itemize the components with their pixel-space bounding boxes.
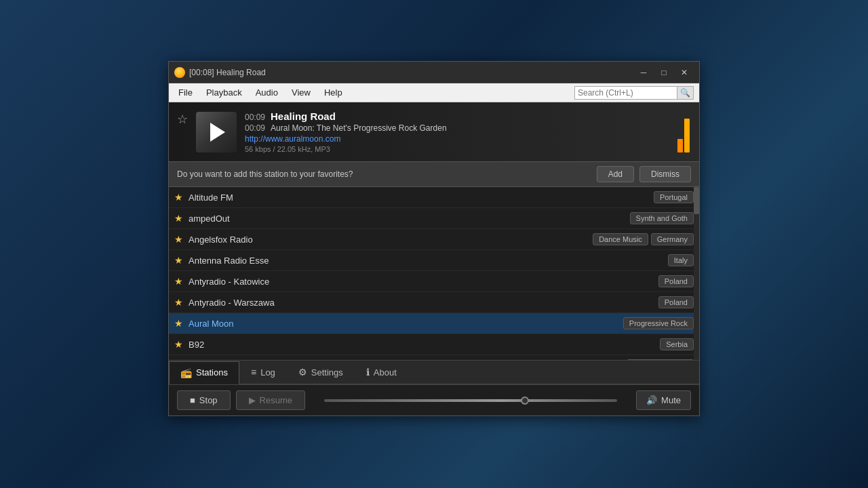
station-name: Aural Moon	[189, 319, 620, 329]
stations-tab-label: Stations	[196, 367, 228, 378]
tab-stations[interactable]: 📻Stations	[169, 361, 239, 384]
station-name: Antyradio - Katowice	[189, 277, 656, 287]
station-favorite-star[interactable]: ★	[174, 234, 183, 245]
favorite-star[interactable]: ☆	[177, 112, 188, 127]
vol-bar-1	[677, 139, 683, 152]
station-tag-primary: Poland	[658, 296, 694, 308]
station-favorite-star[interactable]: ★	[174, 318, 183, 329]
station-tag-primary: Portugal	[654, 191, 694, 203]
menubar: File Playback Audio View Help 🔍	[169, 83, 699, 102]
station-row[interactable]: ★ampedOutSynth and Goth	[169, 208, 699, 229]
track-info: 00:09 Healing Road 00:09 Aural Moon: The…	[245, 110, 669, 153]
station-tag-secondary: Germany	[651, 233, 694, 245]
station-favorite-star[interactable]: ★	[174, 213, 183, 224]
nowplaying-panel: ☆ 00:09 Healing Road 00:09 Aural Moon: T…	[169, 102, 699, 161]
search-input[interactable]	[575, 88, 677, 98]
add-station-button[interactable]: Add	[597, 166, 634, 182]
menu-audio[interactable]: Audio	[249, 83, 285, 102]
station-tag-primary: Dance Music	[593, 233, 648, 245]
volume-indicator	[677, 112, 691, 152]
volume-thumb	[521, 396, 529, 405]
menu-playback[interactable]: Playback	[199, 83, 249, 102]
window-title: [00:08] Healing Road	[189, 68, 634, 77]
station-name: Altitude FM	[189, 192, 651, 203]
stop-button[interactable]: ■ Stop	[177, 390, 231, 410]
log-tab-icon: ≡	[251, 367, 256, 378]
station-favorite-star[interactable]: ★	[174, 255, 183, 266]
station-favorite-star[interactable]: ★	[174, 297, 183, 308]
log-tab-label: Log	[260, 367, 275, 378]
track-url-link[interactable]: http://www.auralmoon.com	[245, 134, 669, 144]
titlebar: [00:08] Healing Road ─ □ ✕	[169, 62, 699, 83]
station-tag-primary: Serbia	[660, 338, 694, 350]
track-meta: 56 kbps / 22.05 kHz, MP3	[245, 145, 669, 153]
stations-tab-icon: 📻	[180, 367, 192, 378]
station-name: Antyradio - Warszawa	[189, 298, 656, 308]
scrollbar-thumb[interactable]	[694, 187, 699, 214]
station-row[interactable]: ★Antyradio - WarszawaPoland	[169, 292, 699, 313]
tab-settings[interactable]: ⚙Settings	[287, 361, 355, 384]
play-icon: ▶	[249, 395, 256, 405]
menu-help[interactable]: Help	[317, 83, 349, 102]
station-name: ampedOut	[189, 214, 627, 224]
stop-icon: ■	[190, 395, 195, 405]
station-tag-primary: Italy	[668, 254, 694, 266]
station-tag-primary: Poland	[658, 275, 694, 287]
station-row[interactable]: ★B92Serbia	[169, 334, 699, 355]
app-icon	[174, 67, 185, 78]
tabs-bar: 📻Stations≡Log⚙SettingsℹAbout	[169, 360, 699, 384]
station-row[interactable]: ★BroadwayDrums and Bass	[169, 355, 699, 360]
station-row[interactable]: ★Antyradio - KatowicePoland	[169, 271, 699, 292]
resume-label: Resume	[260, 395, 292, 405]
station-tag-primary: Progressive Rock	[623, 317, 694, 329]
resume-button[interactable]: ▶ Resume	[236, 390, 305, 410]
volume-slider[interactable]	[324, 399, 617, 402]
track-title-row: 00:09 Healing Road	[245, 110, 669, 122]
scrollbar-track	[694, 187, 699, 360]
track-time-1: 00:09	[245, 113, 265, 122]
play-button-large[interactable]	[196, 112, 237, 152]
about-tab-icon: ℹ	[366, 367, 370, 378]
notification-bar: Do you want to add this station to your …	[169, 161, 699, 187]
mute-label: Mute	[661, 395, 681, 405]
station-tag-primary: Synth and Goth	[630, 212, 694, 224]
station-favorite-star[interactable]: ★	[174, 276, 183, 287]
minimize-button[interactable]: ─	[634, 66, 653, 79]
about-tab-label: About	[374, 367, 397, 378]
search-button[interactable]: 🔍	[677, 87, 693, 99]
station-row[interactable]: ★Antenna Radio EsseItaly	[169, 250, 699, 271]
station-tag-primary: Drums and Bass	[627, 359, 694, 360]
tab-about[interactable]: ℹAbout	[355, 361, 408, 384]
vol-bar-2	[684, 119, 690, 152]
station-favorite-star[interactable]: ★	[174, 339, 183, 350]
station-name: Angelsfox Radio	[189, 235, 590, 245]
track-title: Healing Road	[271, 110, 336, 122]
dismiss-button[interactable]: Dismiss	[639, 166, 691, 182]
tab-log[interactable]: ≡Log	[239, 361, 287, 384]
menu-file[interactable]: File	[172, 83, 199, 102]
station-favorite-star[interactable]: ★	[174, 192, 183, 203]
settings-tab-label: Settings	[311, 367, 343, 378]
settings-tab-icon: ⚙	[298, 367, 307, 378]
menu-view[interactable]: View	[285, 83, 317, 102]
station-row[interactable]: ★Angelsfox RadioDance MusicGermany	[169, 229, 699, 250]
station-name: B92	[189, 340, 657, 350]
station-row[interactable]: ★Altitude FMPortugal	[169, 187, 699, 208]
track-station-name: Aural Moon: The Net's Progressive Rock G…	[271, 123, 447, 133]
close-button[interactable]: ✕	[675, 66, 694, 79]
maximize-button[interactable]: □	[654, 66, 673, 79]
station-name: Antenna Radio Esse	[189, 256, 665, 266]
search-box: 🔍	[574, 86, 694, 100]
main-window: [00:08] Healing Road ─ □ ✕ File Playback…	[168, 61, 700, 416]
station-list: ★Altitude FMPortugal★ampedOutSynth and G…	[169, 187, 699, 360]
station-row[interactable]: ★Aural MoonProgressive Rock	[169, 313, 699, 334]
mute-button[interactable]: 🔊 Mute	[636, 390, 691, 410]
notification-text: Do you want to add this station to your …	[177, 169, 591, 179]
stop-label: Stop	[199, 395, 218, 405]
volume-slider-container	[311, 399, 631, 402]
controls-bar: ■ Stop ▶ Resume 🔊 Mute	[169, 384, 699, 415]
track-station-row: 00:09 Aural Moon: The Net's Progressive …	[245, 123, 669, 133]
play-triangle-icon	[210, 123, 225, 142]
speaker-icon: 🔊	[646, 395, 657, 405]
track-time-2: 00:09	[245, 123, 265, 133]
